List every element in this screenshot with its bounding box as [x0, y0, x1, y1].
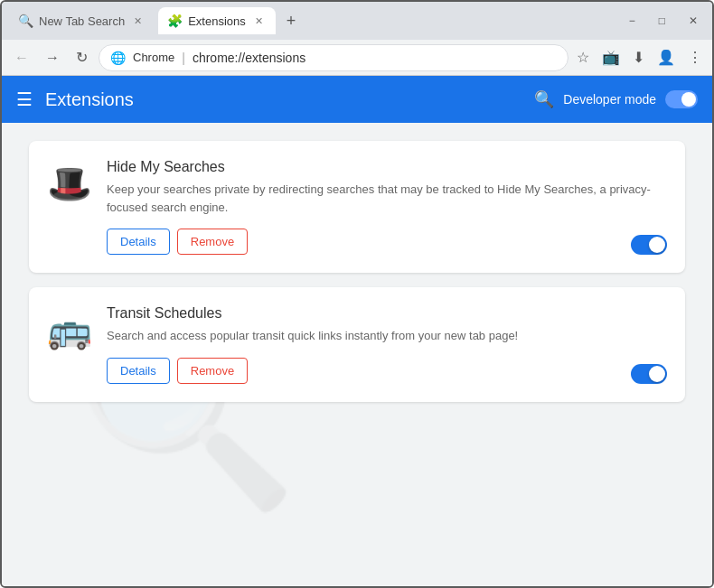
- extension-info-2: Transit Schedules Search and access popu…: [107, 305, 667, 384]
- details-button-2[interactable]: Details: [107, 358, 170, 384]
- tab-extensions[interactable]: 🧩 Extensions ✕: [158, 7, 276, 34]
- cast-icon[interactable]: 📺: [599, 46, 623, 69]
- extension-info-1: Hide My Searches Keep your searches priv…: [107, 159, 667, 255]
- new-tab-search-icon: 🔍: [18, 14, 33, 28]
- remove-button-1[interactable]: Remove: [177, 229, 248, 255]
- header-right: 🔍 Developer mode: [534, 89, 698, 109]
- extensions-header: ☰ Extensions 🔍 Developer mode: [2, 76, 712, 123]
- extension-icon-bus: 🚌: [47, 309, 92, 351]
- tab-new-tab-search-label: New Tab Search: [39, 14, 125, 28]
- extension-icon-hat: 🎩: [47, 163, 92, 205]
- bookmark-icon[interactable]: ☆: [574, 46, 592, 69]
- back-button[interactable]: ←: [9, 46, 34, 70]
- forward-button[interactable]: →: [40, 46, 65, 70]
- tab-extensions-label: Extensions: [188, 14, 246, 28]
- refresh-button[interactable]: ↻: [70, 45, 93, 70]
- extension-actions-2: Details Remove: [107, 358, 667, 384]
- toggle-thumb-2: [649, 366, 665, 382]
- extension-card-hide-my-searches: 🎩 Hide My Searches Keep your searches pr…: [29, 141, 685, 273]
- tab-new-tab-search-close[interactable]: ✕: [130, 14, 146, 29]
- toggle-thumb: [681, 92, 696, 107]
- tab-new-tab-search[interactable]: 🔍 New Tab Search ✕: [9, 7, 155, 34]
- profile-icon[interactable]: 👤: [654, 46, 678, 69]
- browser-window: 🔍 New Tab Search ✕ 🧩 Extensions ✕ + − □ …: [0, 0, 714, 588]
- toggle-thumb-1: [649, 237, 665, 253]
- extension-desc-2: Search and access popular transit quick …: [107, 327, 667, 345]
- address-actions: ☆ 📺 ⬇ 👤 ⋮: [574, 46, 705, 69]
- maximize-button[interactable]: □: [652, 13, 672, 29]
- details-button-1[interactable]: Details: [107, 229, 170, 255]
- extension-actions-1: Details Remove: [107, 229, 667, 255]
- extension-name-2: Transit Schedules: [107, 305, 667, 322]
- site-icon: 🌐: [110, 51, 126, 65]
- developer-mode-toggle[interactable]: [665, 90, 698, 108]
- extension-name-1: Hide My Searches: [107, 159, 667, 175]
- remove-button-2[interactable]: Remove: [177, 358, 248, 384]
- extension-toggle-2[interactable]: [631, 364, 667, 384]
- extension-toggle-1[interactable]: [631, 235, 667, 255]
- developer-mode-label: Developer mode: [563, 92, 656, 107]
- download-icon[interactable]: ⬇: [630, 46, 647, 69]
- window-controls: − □ ✕: [622, 13, 705, 29]
- separator: |: [182, 51, 185, 65]
- close-button[interactable]: ✕: [681, 13, 705, 29]
- address-bar: ← → ↻ 🌐 Chrome | chrome://extensions ☆ 📺…: [2, 40, 712, 76]
- title-bar: 🔍 New Tab Search ✕ 🧩 Extensions ✕ + − □ …: [2, 2, 712, 40]
- brand-text: Chrome: [133, 51, 174, 64]
- toggle-on-2[interactable]: [631, 364, 667, 384]
- extensions-tab-icon: 🧩: [167, 14, 183, 28]
- extensions-title: Extensions: [45, 89, 134, 110]
- toggle-on-1[interactable]: [631, 235, 667, 255]
- tab-extensions-close[interactable]: ✕: [251, 14, 267, 29]
- url-text: chrome://extensions: [193, 51, 305, 65]
- hamburger-menu-icon[interactable]: ☰: [16, 89, 33, 110]
- search-icon[interactable]: 🔍: [534, 89, 554, 109]
- extension-card-transit-schedules: 🚌 Transit Schedules Search and access po…: [29, 287, 685, 402]
- new-tab-button[interactable]: +: [279, 10, 304, 33]
- extensions-content: 🔍 🎩 Hide My Searches Keep your searches …: [2, 123, 712, 586]
- extension-desc-1: Keep your searches private by redirectin…: [107, 181, 667, 216]
- menu-icon[interactable]: ⋮: [685, 46, 705, 69]
- minimize-button[interactable]: −: [622, 13, 643, 29]
- address-input[interactable]: 🌐 Chrome | chrome://extensions: [99, 44, 568, 71]
